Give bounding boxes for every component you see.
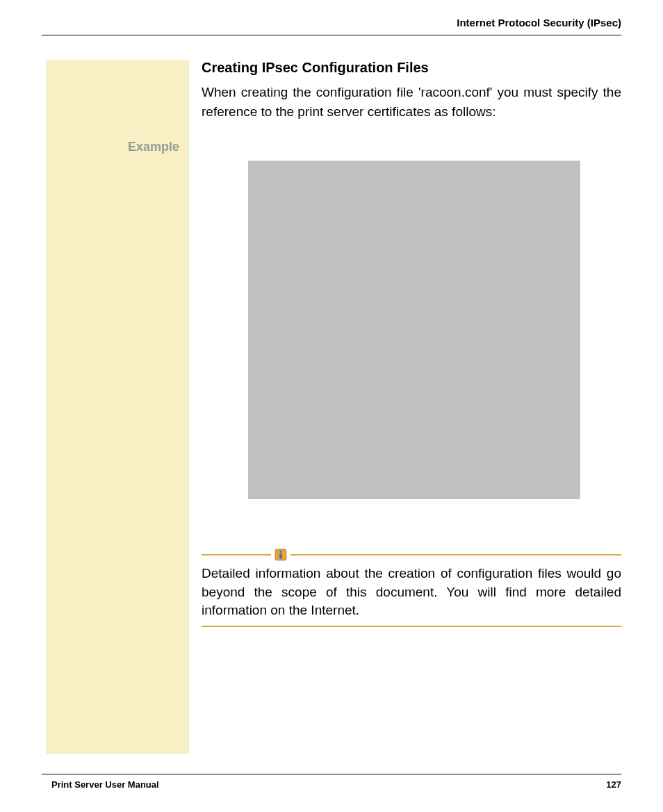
intro-paragraph: When creating the configuration file 'ra… bbox=[202, 83, 621, 121]
info-note-block: Detailed information about the creation … bbox=[202, 546, 621, 627]
footer-manual-title: Print Server User Manual bbox=[51, 779, 159, 790]
sidebar-panel: Example bbox=[46, 60, 189, 754]
header-rule bbox=[42, 35, 621, 35]
svg-rect-2 bbox=[279, 553, 282, 559]
info-icon bbox=[272, 546, 289, 563]
note-rule-top bbox=[202, 546, 621, 563]
footer-page-number: 127 bbox=[606, 779, 621, 790]
footer-rule bbox=[42, 774, 621, 774]
note-rule-right bbox=[290, 554, 621, 555]
header-section-title: Internet Protocol Security (IPsec) bbox=[457, 17, 621, 29]
note-rule-bottom bbox=[202, 626, 621, 627]
sidebar-example-label: Example bbox=[128, 140, 179, 154]
code-example-placeholder bbox=[248, 161, 580, 499]
content-area: Creating IPsec Configuration Files When … bbox=[202, 60, 621, 121]
note-rule-left bbox=[202, 554, 271, 555]
section-heading: Creating IPsec Configuration Files bbox=[202, 60, 621, 76]
svg-point-1 bbox=[279, 551, 281, 553]
note-text: Detailed information about the creation … bbox=[202, 565, 621, 620]
